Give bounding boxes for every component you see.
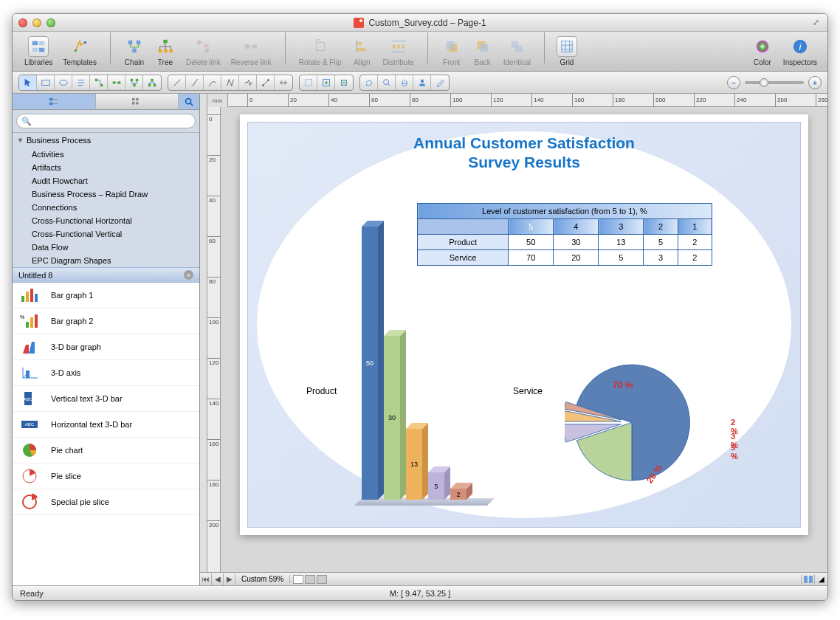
pan-tool[interactable] [396,75,413,90]
edit-tool-3[interactable] [335,75,353,90]
shape-item[interactable]: ABCHorizontal text 3-D bar [13,412,199,438]
shape-item[interactable]: Special pie slice [13,489,199,515]
close-library-tab-button[interactable]: × [184,270,193,280]
svg-rect-64 [35,314,38,328]
align-button: Align [348,35,375,68]
page[interactable]: Annual Customer Satisfaction Survey Resu… [240,114,808,535]
search-icon: 🔍 [21,117,32,126]
sidebar-tab-tree[interactable] [13,94,96,109]
stamp-tool[interactable] [413,75,431,90]
svg-rect-1 [39,41,44,46]
page-prev-button[interactable]: ◀ [212,574,224,585]
svg-rect-50 [49,97,52,100]
connector-tool-4[interactable] [143,75,161,90]
window-title: Custom_Survey.cdd – Page-1 [368,18,486,28]
svg-rect-17 [316,43,324,51]
connector-tool-3[interactable] [125,75,143,90]
shape-item[interactable]: %Bar graph 2 [13,309,199,334]
svg-rect-54 [132,102,134,104]
tree-item[interactable]: Activities [13,148,199,161]
svg-text:%: % [20,314,24,320]
templates-button[interactable]: Templates [60,35,100,68]
line-tool-6[interactable] [257,75,275,90]
page-tab-2[interactable] [305,575,315,584]
zoom-out-button[interactable]: − [727,76,740,89]
svg-point-5 [84,41,87,44]
svg-rect-18 [357,42,362,46]
svg-rect-73 [804,576,808,583]
zoom-combo[interactable]: Custom 59% [235,575,290,583]
sidebar-search-input[interactable] [16,114,196,128]
tree-item[interactable]: Audit Flowchart [13,174,199,187]
line-tool-2[interactable] [186,75,204,90]
select-tools-group [18,75,162,91]
tree-button[interactable]: Tree [152,35,179,68]
sidebar-tab-grid[interactable] [96,94,179,109]
line-tool-3[interactable] [204,75,221,90]
page-tab-1[interactable] [293,575,303,584]
zoom-tool[interactable] [378,75,396,90]
page-first-button[interactable]: ⏮ [200,574,212,585]
secondary-toolbar: − + [13,72,827,94]
shape-item[interactable]: ABCVertical text 3-D bar [13,386,199,412]
svg-rect-2 [32,48,38,52]
svg-rect-52 [132,97,134,100]
inspectors-icon: i [790,36,810,57]
split-view-icon[interactable] [801,574,814,585]
shape-item[interactable]: Bar graph 1 [13,283,199,309]
connector-tool-2[interactable] [108,75,125,90]
svg-rect-42 [148,83,151,86]
rect-tool[interactable] [37,75,55,90]
connector-tool-1[interactable] [90,75,108,90]
line-tool-5[interactable] [239,75,257,90]
chain-button[interactable]: Chain [121,35,148,68]
sidebar-tab-search[interactable] [179,94,199,109]
edit-tool-2[interactable] [317,75,335,90]
tree-item[interactable]: Data Flow [13,241,199,254]
line-tool-4[interactable] [221,75,239,90]
grid-button[interactable]: Grid [554,35,580,68]
svg-rect-74 [809,576,813,583]
color-button[interactable]: Color [749,35,776,68]
resize-grip-icon[interactable]: ◢ [814,574,827,585]
svg-rect-41 [151,78,154,81]
rotate-flip-button: Rotate & Flip [296,35,345,68]
tree-item[interactable]: Artifacts [13,161,199,174]
zoom-in-button[interactable]: + [808,76,822,89]
svg-rect-39 [135,78,138,81]
pointer-tool[interactable] [19,75,37,90]
eyedropper-tool[interactable] [431,75,449,90]
text-tool[interactable] [72,75,90,90]
tree-item[interactable]: EPC Diagram Shapes [13,254,199,267]
refresh-tool[interactable] [360,75,378,90]
front-button: Front [438,35,465,68]
canvas[interactable]: Annual Customer Satisfaction Survey Resu… [221,107,827,572]
svg-rect-12 [169,49,173,53]
inspectors-button[interactable]: iInspectors [780,35,820,68]
tree-category[interactable]: ▼Business Process [13,133,199,148]
tree-item[interactable]: Cross-Functional Horizontal [13,214,199,227]
zoom-slider[interactable]: − + [727,76,822,89]
fullscreen-icon[interactable]: ⤢ [813,18,823,28]
tree-item[interactable]: Connections [13,201,199,214]
line-tool-7[interactable] [275,75,292,90]
canvas-footer: ⏮ ◀ ▶ Custom 59% ◢ [200,572,827,585]
svg-rect-13 [197,41,202,45]
shape-item[interactable]: Pie chart [13,438,199,464]
line-tool-1[interactable] [168,75,186,90]
tree-item[interactable]: Cross-Functional Vertical [13,227,199,241]
svg-rect-24 [446,41,454,49]
edit-tool-1[interactable] [300,75,317,90]
delete-link-icon [193,36,213,57]
tree-item[interactable]: Business Process – Rapid Draw [13,187,199,201]
page-next-button[interactable]: ▶ [224,574,235,585]
ellipse-tool[interactable] [55,75,72,90]
status-mouse-pos: M: [ 9.47, 53.25 ] [13,589,827,598]
libraries-button[interactable]: Libraries [21,35,55,68]
open-library-tab[interactable]: Untitled 8 × [13,267,199,283]
shape-item[interactable]: 3-D bar graph [13,334,199,360]
shape-item[interactable]: 3-D axis [13,360,199,386]
shape-item[interactable]: Pie slice [13,464,199,489]
page-tab-3[interactable] [317,575,327,584]
svg-rect-59 [30,289,33,302]
